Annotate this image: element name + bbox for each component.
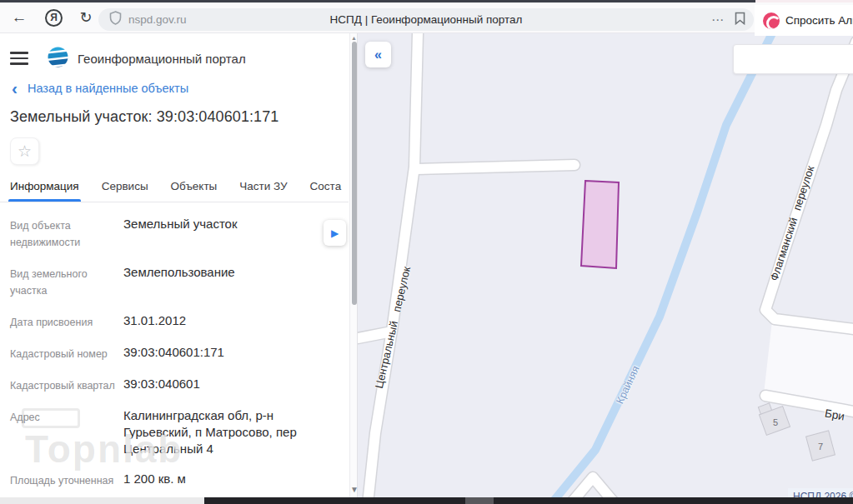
scroll-up-icon[interactable]: ▲: [350, 35, 358, 41]
screen: ← Я ↻ nspd.gov.ru НСПД | Геоинформационн…: [0, 0, 853, 504]
map-search-box[interactable]: [733, 44, 853, 74]
field-object-kind: Вид объекта недвижимости Земельный участ…: [10, 216, 357, 251]
field-cadastral-block: Кадастровый квартал 39:03:040601: [10, 376, 357, 394]
field-refined-area: Площадь уточненная 1 200 кв. м: [10, 471, 357, 489]
tab-composition[interactable]: Соста: [310, 173, 342, 202]
tab-parcel-parts[interactable]: Части ЗУ: [239, 173, 287, 202]
ask-alice-button[interactable]: Спросить Алису: [755, 5, 853, 36]
back-link-label: Назад в найденные объекты: [28, 82, 188, 95]
bottom-scrollbar-thumb[interactable]: [465, 497, 494, 504]
refresh-icon[interactable]: ↻: [73, 8, 98, 27]
page-title-in-bar: НСПД | Геоинформационный портал: [98, 13, 754, 26]
browser-toolbar: ← Я ↻ nspd.gov.ru НСПД | Геоинформационн…: [0, 2, 853, 33]
info-panel: Геоинформационный портал ‹ Назад в найде…: [0, 33, 357, 504]
bottom-scrollbar[interactable]: [204, 497, 853, 504]
chevron-left-icon: ‹: [12, 82, 18, 94]
tab-services[interactable]: Сервисы: [102, 173, 148, 202]
app-title: Геоинформационный портал: [78, 52, 246, 66]
tabs-scroll-right-button[interactable]: ▶: [324, 220, 346, 246]
field-cadastral-number: Кадастровый номер 39:03:040601:171: [10, 344, 357, 362]
waterway-line: [551, 33, 772, 504]
watermark: Topnlab: [25, 427, 183, 472]
object-title: Земельный участок: 39:03:040601:171: [0, 95, 357, 126]
field-assignment-date: Дата присвоения 31.01.2012: [10, 312, 357, 331]
tab-objects[interactable]: Объекты: [171, 173, 218, 202]
field-parcel-kind: Вид земельного участка Землепользование: [10, 264, 357, 299]
favorite-star-button[interactable]: ☆: [10, 137, 39, 165]
browser-back-icon[interactable]: ←: [7, 8, 32, 27]
window-top-edge: [0, 0, 853, 2]
scroll-down-icon[interactable]: ▼: [350, 485, 358, 494]
geoportal-logo-icon: [47, 46, 69, 72]
panel-scrollbar-thumb[interactable]: [352, 42, 357, 305]
alice-label: Спросить Алису: [785, 14, 853, 27]
parcel-polygon[interactable]: [581, 181, 619, 268]
panel-scrollbar[interactable]: ▲ ▼: [349, 33, 357, 497]
panel-header: Геоинформационный портал: [0, 33, 357, 70]
back-to-results-link[interactable]: ‹ Назад в найденные объекты: [0, 70, 357, 95]
map-canvas[interactable]: Центральный переулок Флагманский переуло…: [357, 33, 853, 504]
bookmark-icon[interactable]: [735, 12, 745, 28]
alice-icon: [763, 12, 780, 29]
yandex-profile-icon[interactable]: Я: [45, 9, 63, 27]
tab-information[interactable]: Информация: [10, 173, 79, 202]
tab-bar: Информация Сервисы Объекты Части ЗУ Сост…: [0, 173, 349, 202]
address-bar[interactable]: nspd.gov.ru НСПД | Геоинформационный пор…: [98, 8, 754, 31]
collapse-panel-button[interactable]: «: [365, 42, 391, 67]
house-number-5: 5: [773, 417, 778, 427]
menu-icon[interactable]: [10, 52, 28, 65]
star-icon: ☆: [18, 142, 32, 161]
bottom-bar: [0, 497, 853, 504]
more-actions-icon[interactable]: ⋯: [711, 12, 725, 27]
window-top-edge-right: [755, 0, 853, 2]
house-number-7: 7: [818, 442, 823, 452]
